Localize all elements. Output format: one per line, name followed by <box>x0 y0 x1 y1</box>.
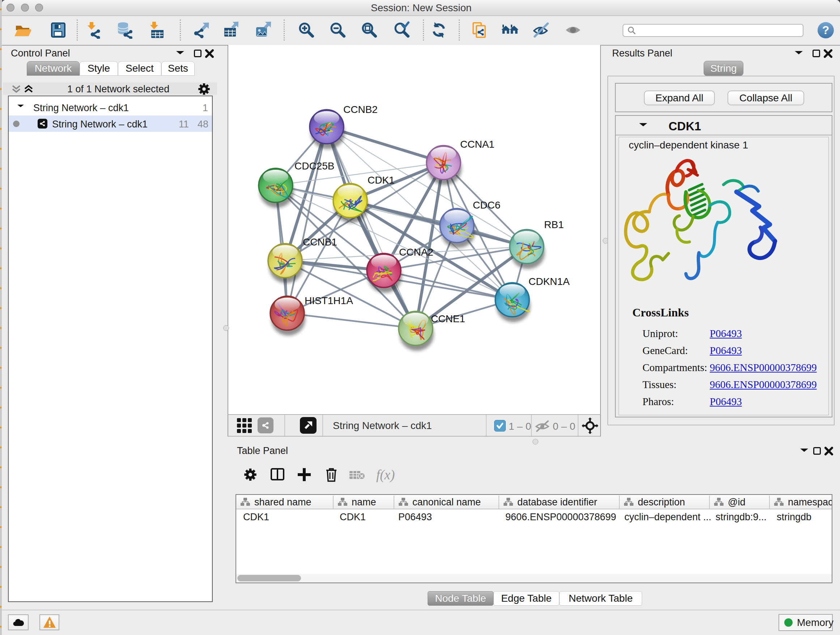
svg-text:CCNB1: CCNB1 <box>303 236 337 248</box>
svg-text:HIST1H1A: HIST1H1A <box>305 295 353 306</box>
svg-text:CDKN1A: CDKN1A <box>529 276 570 287</box>
svg-text:CCNB2: CCNB2 <box>343 104 378 115</box>
svg-text:CCNA2: CCNA2 <box>399 247 433 258</box>
svg-text:CCNA1: CCNA1 <box>460 139 494 150</box>
svg-text:CDC25B: CDC25B <box>294 160 334 172</box>
svg-text:CDK1: CDK1 <box>368 174 395 186</box>
svg-text:RB1: RB1 <box>544 219 564 230</box>
svg-text:CDC6: CDC6 <box>473 200 500 211</box>
svg-text:CCNE1: CCNE1 <box>431 313 465 325</box>
